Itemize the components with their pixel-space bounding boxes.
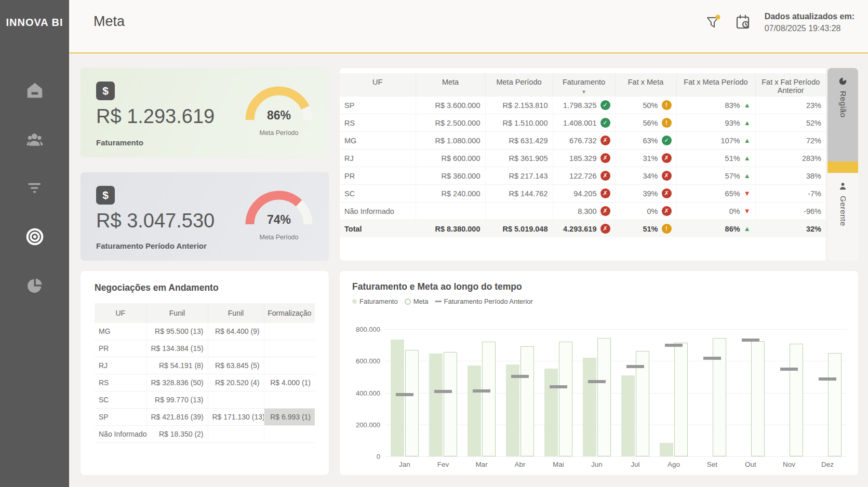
cell-fat-x-meta[interactable]: 51%! [615, 220, 676, 238]
funnel-filter-icon[interactable] [704, 13, 722, 31]
calendar-clock-icon[interactable] [735, 13, 752, 31]
cell-value[interactable]: R$ 421.816 (39) [146, 409, 208, 426]
table-row[interactable]: RJR$ 600.000R$ 361.905185.329✗31%✗51%▲28… [340, 150, 826, 167]
cell-meta[interactable]: R$ 600.000 [416, 150, 485, 167]
bar-group-jan[interactable]: Jan [385, 329, 424, 456]
meta-bar[interactable] [482, 342, 496, 456]
cell-fat-x-meta[interactable]: 63%✓ [615, 132, 676, 150]
cell-fat-x-meta-periodo[interactable]: 51%▲ [676, 150, 755, 167]
cell-fat-x-fat-anterior[interactable]: 52% [755, 114, 826, 132]
cell-fat-x-meta-periodo[interactable]: 93%▲ [676, 114, 755, 132]
bar-group-out[interactable]: Out [731, 329, 770, 456]
faturamento-bar[interactable] [468, 366, 481, 456]
cell-value[interactable]: R$ 134.384 (15) [146, 340, 208, 357]
cell-fat-x-meta-periodo[interactable]: 107%▲ [676, 132, 755, 150]
cell-value[interactable] [264, 340, 315, 357]
cell-faturamento[interactable]: 4.293.619✗ [553, 220, 615, 238]
column-header-faturamento[interactable]: Faturamento▼ [553, 73, 615, 97]
cell-uf[interactable]: SP [95, 409, 146, 426]
column-header-meta[interactable]: Meta [416, 73, 485, 97]
table-row[interactable]: RSR$ 2.500.000R$ 1.510.0001.408.001✓56%!… [340, 114, 826, 132]
table-row[interactable]: Não InformadoR$ 18.350 (2) [95, 426, 315, 443]
meta-bar[interactable] [828, 353, 842, 456]
bar-group-fev[interactable]: Fev [424, 329, 462, 456]
cell-value[interactable]: R$ 20.520 (4) [208, 374, 264, 391]
faturamento-bar[interactable] [506, 364, 519, 456]
pie-chart-icon[interactable] [23, 274, 46, 297]
meta-bar[interactable] [713, 338, 726, 456]
column-header-funil[interactable]: Funil [146, 303, 208, 323]
target-icon[interactable] [23, 225, 46, 248]
cell-fat-x-meta[interactable]: 56%! [615, 114, 676, 132]
cell-value[interactable] [208, 391, 264, 409]
cell-faturamento[interactable]: 1.408.001✓ [553, 114, 615, 132]
cell-fat-x-meta[interactable]: 39%✗ [615, 185, 676, 202]
cell-value[interactable]: R$ 95.500 (13) [146, 323, 208, 340]
bar-group-abr[interactable]: Abr [501, 329, 539, 456]
bar-group-jul[interactable]: Jul [616, 329, 655, 456]
cell-uf[interactable]: RJ [340, 150, 416, 167]
cell-fat-x-fat-anterior[interactable]: 72% [755, 132, 826, 150]
table-row[interactable]: PRR$ 360.000R$ 217.143122.726✗34%✗57%▲38… [340, 167, 826, 185]
meta-bar[interactable] [444, 352, 457, 456]
cell-fat-x-meta-periodo[interactable]: 86%▲ [676, 220, 755, 238]
cell-uf[interactable]: MG [340, 132, 416, 150]
cell-fat-x-fat-anterior[interactable]: 23% [755, 97, 826, 114]
filter-lines-icon[interactable] [23, 177, 46, 199]
column-header-formaliza-o[interactable]: Formalização [264, 303, 315, 323]
cell-uf[interactable]: SP [340, 97, 416, 114]
column-header-fat-x-fat-per-odo-anterior[interactable]: Fat x Fat Período Anterior [755, 73, 826, 97]
bar-group-mar[interactable]: Mar [462, 329, 501, 456]
cell-meta[interactable]: R$ 240.000 [416, 185, 485, 202]
cell-value[interactable]: R$ 171.130 (13) [208, 409, 264, 426]
bar-group-ago[interactable]: Ago [655, 329, 693, 456]
cell-faturamento[interactable]: 676.732✗ [553, 132, 615, 150]
cell-value[interactable] [264, 391, 315, 409]
cell-meta-periodo[interactable]: R$ 144.762 [485, 185, 553, 202]
cell-meta[interactable]: R$ 360.000 [416, 167, 485, 185]
cell-meta[interactable]: R$ 1.080.000 [416, 132, 485, 150]
users-icon[interactable] [23, 128, 46, 151]
cell-value[interactable]: R$ 328.836 (50) [146, 374, 208, 391]
cell-fat-x-meta[interactable]: 0%✗ [615, 202, 676, 220]
bar-group-nov[interactable]: Nov [770, 329, 808, 456]
cell-value[interactable]: R$ 6.993 (1) [264, 409, 315, 426]
cell-uf[interactable]: SC [95, 391, 146, 409]
column-header-fat-x-meta[interactable]: Fat x Meta [615, 73, 676, 97]
bar-group-mai[interactable]: Mai [539, 329, 578, 456]
cell-uf[interactable]: RJ [95, 357, 146, 374]
cell-meta-periodo[interactable]: R$ 361.905 [485, 150, 553, 167]
table-row[interactable]: PRR$ 134.384 (15) [95, 340, 315, 357]
cell-value[interactable] [208, 340, 264, 357]
table-row[interactable]: Não Informado8.300✗0%✗0%▼-96% [340, 202, 826, 220]
cell-value[interactable]: R$ 4.000 (1) [264, 374, 315, 391]
tab-regiao[interactable]: Região [827, 68, 858, 161]
cell-value[interactable]: R$ 54.191 (8) [146, 357, 208, 374]
table-row[interactable]: RSR$ 328.836 (50)R$ 20.520 (4)R$ 4.000 (… [95, 374, 315, 391]
cell-fat-x-meta-periodo[interactable]: 65%▼ [676, 185, 755, 202]
faturamento-bar[interactable] [583, 358, 596, 456]
meta-bar[interactable] [751, 341, 765, 456]
column-header-meta-per-odo[interactable]: Meta Período [485, 73, 553, 97]
bar-group-set[interactable]: Set [693, 329, 731, 456]
table-row[interactable]: MGR$ 1.080.000R$ 631.429676.732✗63%✓107%… [340, 132, 826, 150]
faturamento-bar[interactable] [660, 443, 673, 456]
cell-value[interactable] [208, 426, 264, 443]
meta-bar[interactable] [597, 338, 611, 456]
cell-uf[interactable]: PR [340, 167, 416, 185]
cell-faturamento[interactable]: 8.300✗ [553, 202, 615, 220]
cell-value[interactable] [264, 426, 315, 443]
cell-uf[interactable]: PR [95, 340, 146, 357]
cell-uf[interactable]: RS [95, 374, 146, 391]
cell-meta[interactable]: R$ 2.500.000 [416, 114, 485, 132]
column-header-funil[interactable]: Funil [208, 303, 264, 323]
cell-fat-x-meta[interactable]: 34%✗ [615, 167, 676, 185]
meta-bar[interactable] [790, 344, 803, 456]
home-icon[interactable] [23, 79, 46, 102]
cell-faturamento[interactable]: 1.798.325✓ [553, 97, 615, 114]
table-row[interactable]: SPR$ 3.600.000R$ 2.153.8101.798.325✓50%!… [340, 97, 826, 114]
cell-meta-periodo[interactable]: R$ 217.143 [485, 167, 553, 185]
cell-faturamento[interactable]: 94.205✗ [553, 185, 615, 202]
tab-gerente[interactable]: Gerente [827, 173, 858, 261]
cell-uf[interactable]: Não Informado [340, 202, 416, 220]
